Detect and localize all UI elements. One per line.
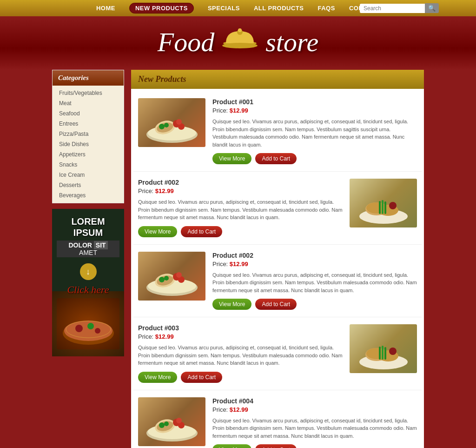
product-title: Product #004	[212, 397, 417, 405]
svg-rect-25	[384, 201, 386, 214]
product-buttons: View More Add to Cart	[138, 226, 343, 237]
product-info: Product #002 Price: $12.99 Quisque sed l…	[138, 179, 343, 237]
category-beverages[interactable]: Beverages	[53, 190, 124, 201]
products-area: New Products	[131, 70, 424, 448]
sidebar: Categories Fruits/Vegetables Meat Seafoo…	[52, 70, 124, 448]
svg-point-35	[176, 272, 182, 278]
svg-point-32	[164, 276, 169, 281]
svg-point-15	[164, 123, 169, 127]
svg-rect-23	[379, 201, 381, 214]
search-input[interactable]	[360, 4, 425, 13]
product-info: Product #001 Price: $12.99 Quisque sed l…	[212, 98, 417, 164]
product-buttons: View More Add to Cart	[212, 299, 417, 310]
view-more-button[interactable]: View More	[212, 444, 251, 448]
add-to-cart-button[interactable]: Add to Cart	[255, 299, 297, 310]
svg-rect-40	[379, 347, 381, 360]
product-description: Quisque sed leo. Vivamus arcu purus, adi…	[212, 271, 417, 294]
category-meat[interactable]: Meat	[53, 98, 124, 108]
table-row: Product #003 Price: $12.99 Quisque sed l…	[133, 317, 422, 390]
view-more-button[interactable]: View More	[212, 299, 251, 310]
svg-point-31	[159, 277, 165, 282]
product-description: Quisque sed leo. Vivamus arcu purus, adi…	[212, 118, 417, 148]
list-item: Ice Cream	[53, 170, 124, 180]
list-item: Side Dishes	[53, 139, 124, 149]
product-title: Product #001	[212, 98, 417, 106]
svg-point-52	[176, 418, 182, 423]
category-ice-cream[interactable]: Ice Cream	[53, 170, 124, 180]
svg-point-14	[159, 124, 165, 129]
nav-faqs[interactable]: FAQS	[318, 5, 335, 12]
table-row: Product #002 Price: $12.99 Quisque sed l…	[133, 172, 422, 245]
ad-dolor-text: DOLOR SIT AMET	[57, 241, 119, 257]
product-price: Price: $12.99	[138, 187, 343, 194]
product-title: Product #002	[138, 179, 343, 186]
product-buttons: View More Add to Cart	[212, 444, 417, 448]
nav-home[interactable]: HOME	[96, 5, 115, 12]
categories-title: Categories	[53, 70, 124, 86]
add-to-cart-button[interactable]: Add to Cart	[255, 444, 297, 448]
categories-panel: Categories Fruits/Vegetables Meat Seafoo…	[52, 70, 124, 203]
product-image	[350, 324, 417, 373]
table-row: Product #001 Price: $12.99 Quisque sed l…	[133, 91, 422, 172]
categories-list: Fruits/Vegetables Meat Seafood Entrees P…	[53, 86, 124, 203]
hero-section: Food store	[0, 16, 476, 70]
product-buttons: View More Add to Cart	[138, 372, 343, 383]
nav-all-products[interactable]: ALL PRODUCTS	[254, 5, 304, 12]
logo-text-food: Food	[158, 27, 214, 58]
product-price: Price: $12.99	[212, 261, 417, 267]
product-image	[350, 179, 417, 227]
svg-point-43	[389, 348, 397, 355]
product-image	[138, 397, 205, 446]
nav-new-products[interactable]: NEW PRODUCTS	[129, 3, 194, 13]
svg-point-26	[389, 202, 397, 209]
category-seafood[interactable]: Seafood	[53, 108, 124, 119]
product-price: Price: $12.99	[212, 406, 417, 413]
svg-point-6	[75, 325, 83, 332]
products-title: New Products	[138, 74, 417, 84]
product-info: Product #003 Price: $12.99 Quisque sed l…	[138, 324, 343, 383]
product-title: Product #003	[138, 324, 343, 332]
add-to-cart-button[interactable]: Add to Cart	[181, 226, 222, 237]
svg-rect-24	[382, 200, 383, 214]
view-more-button[interactable]: View More	[138, 226, 177, 237]
main-content: Categories Fruits/Vegetables Meat Seafoo…	[47, 70, 429, 448]
category-side-dishes[interactable]: Side Dishes	[53, 139, 124, 149]
product-info: Product #002 Price: $12.99 Quisque sed l…	[212, 252, 417, 310]
category-pizza[interactable]: Pizza/Pasta	[53, 129, 124, 139]
category-snacks[interactable]: Snacks	[53, 160, 124, 170]
product-info: Product #004 Price: $12.99 Quisque sed l…	[212, 397, 417, 448]
list-item: Meat	[53, 98, 124, 108]
add-to-cart-button[interactable]: Add to Cart	[181, 372, 222, 383]
product-image	[138, 252, 205, 301]
svg-point-2	[238, 28, 242, 32]
list-item: Desserts	[53, 180, 124, 190]
category-appetizers[interactable]: Appetizers	[53, 149, 124, 160]
category-fruits[interactable]: Fruits/Vegetables	[53, 88, 124, 98]
ad-arrow-button[interactable]: ↓	[80, 263, 97, 280]
site-logo: Food store	[0, 26, 476, 58]
svg-point-49	[164, 421, 169, 426]
product-title: Product #002	[212, 252, 417, 259]
list-item: Fruits/Vegetables	[53, 88, 124, 98]
product-price: Price: $12.99	[138, 333, 343, 340]
search-box: 🔍	[360, 3, 439, 13]
category-desserts[interactable]: Desserts	[53, 180, 124, 190]
view-more-button[interactable]: View More	[212, 153, 251, 164]
search-button[interactable]: 🔍	[425, 3, 439, 13]
products-header: New Products	[131, 70, 424, 89]
svg-point-7	[87, 323, 94, 329]
svg-rect-42	[384, 347, 386, 360]
sidebar-ad[interactable]: LOREM IPSUM DOLOR SIT AMET ↓ Click here	[52, 209, 124, 356]
add-to-cart-button[interactable]: Add to Cart	[255, 153, 297, 164]
ad-click-here[interactable]: Click here	[57, 284, 119, 296]
table-row: Product #002 Price: $12.99 Quisque sed l…	[133, 245, 422, 318]
svg-point-48	[159, 422, 165, 428]
product-description: Quisque sed leo. Vivamus arcu purus, adi…	[138, 344, 343, 367]
list-item: Pizza/Pasta	[53, 129, 124, 139]
product-description: Quisque sed leo. Vivamus arcu purus, adi…	[212, 417, 417, 440]
view-more-button[interactable]: View More	[138, 372, 177, 383]
nav-specials[interactable]: SPECIALS	[208, 5, 240, 12]
logo-text-store: store	[265, 27, 318, 58]
svg-point-3	[222, 43, 258, 48]
category-entrees[interactable]: Entrees	[53, 119, 124, 129]
